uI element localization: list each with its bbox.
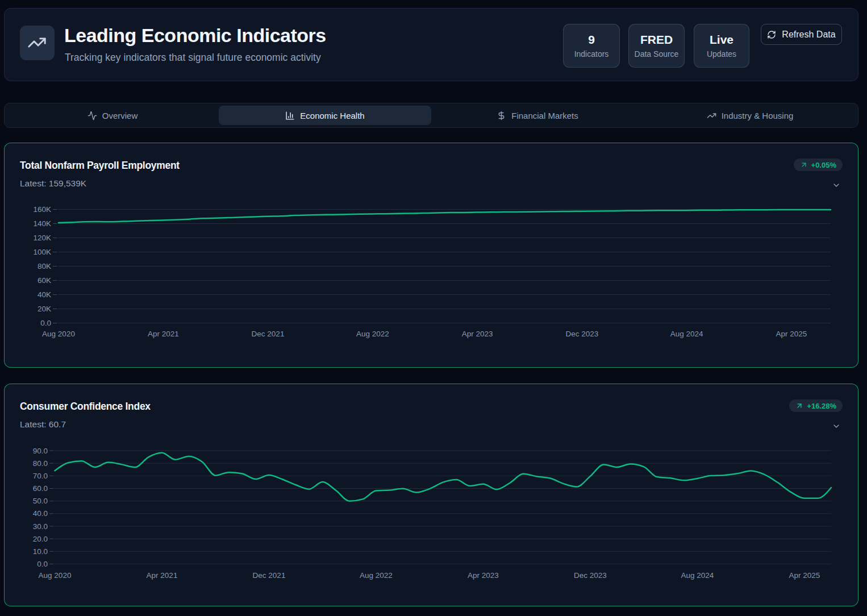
svg-text:0.0: 0.0	[40, 319, 51, 327]
svg-text:Aug 2022: Aug 2022	[360, 571, 393, 580]
svg-text:160K: 160K	[33, 205, 51, 214]
svg-text:100K: 100K	[33, 248, 51, 256]
svg-text:Apr 2021: Apr 2021	[147, 571, 178, 580]
svg-text:120K: 120K	[33, 234, 51, 242]
svg-text:20K: 20K	[37, 305, 51, 313]
svg-text:40.0: 40.0	[33, 509, 48, 518]
svg-text:Aug 2024: Aug 2024	[670, 330, 703, 338]
svg-text:70.0: 70.0	[33, 472, 48, 480]
svg-text:Apr 2025: Apr 2025	[776, 330, 807, 338]
svg-text:Aug 2022: Aug 2022	[356, 330, 389, 338]
svg-text:Apr 2023: Apr 2023	[468, 571, 499, 580]
svg-text:Apr 2025: Apr 2025	[789, 571, 820, 580]
svg-text:Aug 2020: Aug 2020	[42, 330, 75, 338]
svg-text:80.0: 80.0	[33, 459, 48, 468]
svg-text:0.0: 0.0	[37, 560, 48, 568]
svg-text:90.0: 90.0	[33, 447, 48, 455]
svg-text:140K: 140K	[33, 219, 51, 228]
svg-text:50.0: 50.0	[33, 497, 48, 505]
svg-text:Apr 2023: Apr 2023	[462, 330, 493, 338]
svg-text:10.0: 10.0	[33, 547, 48, 556]
svg-text:Apr 2021: Apr 2021	[148, 330, 179, 338]
svg-text:40K: 40K	[37, 290, 51, 299]
svg-text:Aug 2024: Aug 2024	[681, 571, 714, 580]
svg-text:30.0: 30.0	[33, 522, 48, 531]
svg-text:Aug 2020: Aug 2020	[39, 571, 72, 580]
svg-text:80K: 80K	[37, 262, 51, 270]
svg-text:20.0: 20.0	[33, 535, 48, 543]
svg-text:Dec 2023: Dec 2023	[574, 571, 607, 580]
svg-text:Dec 2021: Dec 2021	[253, 571, 286, 580]
svg-text:60.0: 60.0	[33, 484, 48, 493]
svg-text:Dec 2023: Dec 2023	[566, 330, 599, 338]
svg-text:Dec 2021: Dec 2021	[252, 330, 285, 338]
svg-text:60K: 60K	[37, 276, 51, 285]
